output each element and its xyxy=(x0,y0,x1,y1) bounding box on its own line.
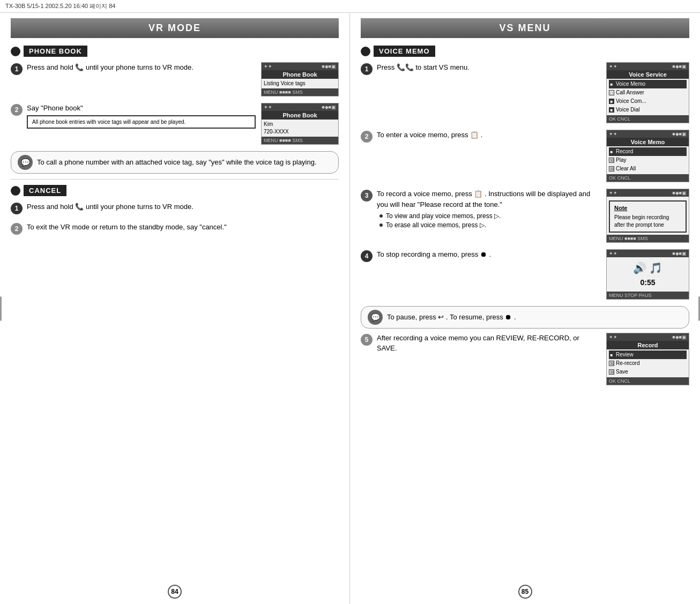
vs-screen-4-footer: MENU STOP PAUS xyxy=(607,292,689,299)
vs-screen-5-footer: OK CNCL xyxy=(607,377,689,385)
voice-memo-label: VOICE MEMO xyxy=(374,46,435,57)
vs-step-3-num: 3 xyxy=(361,190,373,202)
vr-mode-title: VR MODE xyxy=(11,18,339,38)
left-panel: VR MODE PHONE BOOK 1 Press and hold 📞 un… xyxy=(0,13,350,604)
screen-2-footer: MENU ■■■■ SMS xyxy=(262,137,338,144)
vs-screen-5: ✦✦■◆■▣ Record ■ Review ☒ Re-record xyxy=(606,333,689,385)
cancel-section-header: CANCEL xyxy=(11,185,339,196)
tip-2-icon-resume: ⏺ xyxy=(505,313,514,321)
vs-step-3-text: To record a voice memo, press 📋 . Instru… xyxy=(377,189,601,210)
cancel-label: CANCEL xyxy=(24,185,66,196)
cancel-section: CANCEL 1 Press and hold 📞 until your pho… xyxy=(11,185,339,235)
step-2-text: Say "Phone book" xyxy=(27,103,256,114)
tip-2-icon-pause: ↩ xyxy=(438,313,446,321)
screen-2-header: ✦✦■◆■▣ xyxy=(262,103,338,111)
screen-1-header: ✦✦■◆■▣ xyxy=(262,63,338,70)
tip-1-text: To call a phone number with an attached … xyxy=(37,157,332,168)
vs-step-5-num: 5 xyxy=(361,334,373,346)
page-num-left: 84 xyxy=(168,585,182,599)
page-num-right: 85 xyxy=(518,585,532,599)
phone-book-dot xyxy=(11,47,20,56)
vs-step-1-text: Press 📞📞 to start VS menu. xyxy=(377,62,601,73)
vs-icon-4: ⏺ xyxy=(480,250,489,258)
vs-menu-title: VS MENU xyxy=(361,18,689,38)
vs-screen-1-body: ■ Voice Memo □ Call Answer ■ Voice Com..… xyxy=(607,79,689,115)
right-panel: VS MENU VOICE MEMO 1 Press 📞📞 to start V… xyxy=(350,13,700,604)
vs-screen-5-title: Record xyxy=(607,341,689,349)
vs-step-1: 1 Press 📞📞 to start VS menu. ✦✦■◆■▣ Voic… xyxy=(361,62,689,123)
tip-2: 💬 To pause, press ↩ . To resume, press ⏺… xyxy=(361,306,689,329)
vs-screen-5-body: ■ Review ☒ Re-record ☒ Save xyxy=(607,349,689,377)
vs-screen-4-body: 🔊 🎵 0:55 xyxy=(607,257,689,292)
bullet-2: To erase all voice memos, press ▷. xyxy=(379,221,601,229)
bullet-1: To view and play voice memos, press ▷. xyxy=(379,212,601,220)
screen-3-note-title: Note xyxy=(614,204,681,212)
vs-step-3: 3 To record a voice memo, press 📋 . Inst… xyxy=(361,189,689,243)
vs-step-2-num: 2 xyxy=(361,131,373,143)
vs-step-2: 2 To enter a voice memo, press 📋 . ✦✦■◆■… xyxy=(361,130,689,182)
vs-step-5: 5 After recording a voice memo you can R… xyxy=(361,333,689,385)
step-2-note: All phone book entries with voice tags w… xyxy=(27,115,256,129)
vs-step-5-text: After recording a voice memo you can REV… xyxy=(377,333,601,354)
vs-step-2-text: To enter a voice memo, press 📋 . xyxy=(377,130,601,140)
phone-screen-2: ✦✦■◆■▣ Phone Book Kim 720-XXXX MENU ■■■■… xyxy=(261,103,339,145)
screen-4-icons: 🔊 🎵 xyxy=(609,260,687,275)
vr-step-2: 2 Say "Phone book" All phone book entrie… xyxy=(11,103,339,145)
cancel-step-2-text: To exit the VR mode or return to the sta… xyxy=(27,222,339,233)
vs-screen-1-footer: OK CNCL xyxy=(607,115,689,123)
step-1-num: 1 xyxy=(11,63,23,75)
vs-screen-2-title: Voice Memo xyxy=(607,138,689,146)
top-bar: TX-30B 5/15-1 2002.5.20 16:40 페이지 84 xyxy=(0,0,700,13)
cancel-step-2: 2 To exit the VR mode or return to the s… xyxy=(11,222,339,235)
vs-screen-3: ✦✦■◆■▣ Note Please begin recording after… xyxy=(606,189,689,243)
voice-memo-dot xyxy=(361,47,370,56)
cancel-step-1-text: Press and hold 📞 until your phone turns … xyxy=(27,202,339,212)
screen-1-body: Listing Voice tags xyxy=(262,79,338,88)
vs-screen-1: ✦✦■◆■▣ Voice Service ■ Voice Memo □ Call… xyxy=(606,62,689,123)
vs-screen-2-body: ■ Record ☒ Play ☒ Clear All xyxy=(607,146,689,174)
vs-step-4-num: 4 xyxy=(361,250,373,262)
vs-icon-1: 📞📞 xyxy=(397,63,416,71)
cancel-step-2-num: 2 xyxy=(11,223,23,235)
phone-book-label: PHONE BOOK xyxy=(24,46,87,57)
vs-screen-1-title: Voice Service xyxy=(607,70,689,79)
vs-step-4-text: To stop recording a memo, press ⏺ . xyxy=(377,249,601,260)
vs-screen-3-footer: MENU ■■■■ SMS xyxy=(607,235,689,242)
vs-icon-3: 📋 xyxy=(474,190,485,198)
divider-1 xyxy=(11,179,339,180)
step-2-num: 2 xyxy=(11,104,23,116)
screen-1-footer: MENU ■■■■ SMS xyxy=(262,88,338,96)
tip-2-icon: 💬 xyxy=(368,310,383,325)
phone-icon-1: 📞 xyxy=(75,63,86,71)
vs-step-1-num: 1 xyxy=(361,63,373,75)
tip-1: 💬 To call a phone number with an attache… xyxy=(11,151,339,174)
vs-screen-2: ✦✦■◆■▣ Voice Memo ■ Record ☒ Play xyxy=(606,130,689,182)
tip-1-icon: 💬 xyxy=(18,155,33,170)
step-1-text: Press and hold 📞 until your phone turns … xyxy=(27,62,256,73)
screen-4-time: 0:55 xyxy=(609,278,687,288)
phone-book-section-header: PHONE BOOK xyxy=(11,46,339,57)
voice-memo-section-header: VOICE MEMO xyxy=(361,46,689,57)
step-3-bullets: To view and play voice memos, press ▷. T… xyxy=(379,212,601,229)
screen-2-title: Phone Book xyxy=(262,111,338,120)
screen-2-body: Kim 720-XXXX xyxy=(262,120,338,137)
screen-3-note: Note Please begin recording after the pr… xyxy=(609,200,687,233)
vr-step-1: 1 Press and hold 📞 until your phone turn… xyxy=(11,62,339,96)
tip-2-text: To pause, press ↩ . To resume, press ⏺ . xyxy=(387,312,682,323)
cancel-step-1: 1 Press and hold 📞 until your phone turn… xyxy=(11,202,339,214)
screen-1-title: Phone Book xyxy=(262,70,338,79)
vs-step-4: 4 To stop recording a memo, press ⏺ . ✦✦… xyxy=(361,249,689,300)
chapter-marker-left: CH 5 xyxy=(0,296,2,320)
top-bar-text: TX-30B 5/15-1 2002.5.20 16:40 페이지 84 xyxy=(5,3,115,9)
cancel-step-1-num: 1 xyxy=(11,203,23,214)
vs-screen-3-body: Note Please begin recording after the pr… xyxy=(607,197,689,235)
vs-screen-4: ✦✦■◆■▣ 🔊 🎵 0:55 MENU STOP PAUS xyxy=(606,249,689,300)
cancel-dot xyxy=(11,186,20,196)
vs-icon-2: 📋 xyxy=(470,131,481,139)
vs-screen-2-footer: OK CNCL xyxy=(607,174,689,182)
phone-icon-2: 📞 xyxy=(75,203,86,211)
phone-screen-1: ✦✦■◆■▣ Phone Book Listing Voice tags MEN… xyxy=(261,62,339,96)
